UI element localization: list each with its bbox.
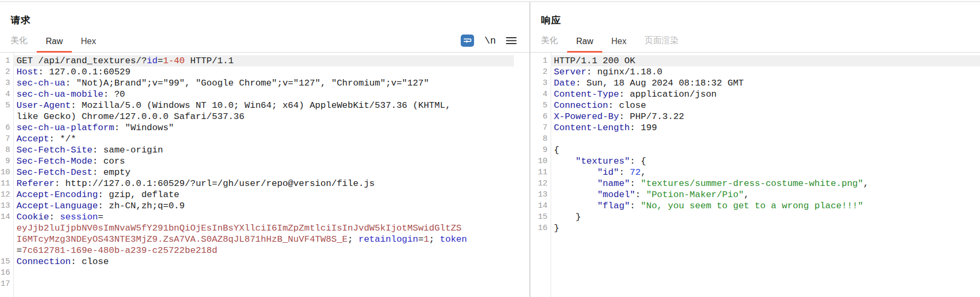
code-row[interactable]: 1HTTP/1.1 200 OK [530, 55, 980, 66]
code-line: GET /api/rand_textures/?id=1-40 HTTP/1.1 [13, 55, 514, 66]
code-row[interactable]: 3sec-ch-ua: "Not)A;Brand";v="99", "Googl… [0, 78, 514, 89]
line-number: 11 [0, 178, 13, 189]
code-row[interactable]: 10Sec-Fetch-Dest: empty [0, 167, 514, 178]
line-number [0, 111, 13, 122]
code-line: "textures": { [551, 156, 980, 167]
http-message-viewer: 请求 美化 Raw Hex \n [0, 0, 980, 297]
tab-hex[interactable]: Hex [602, 37, 635, 53]
code-row[interactable]: 12Accept-Encoding: gzip, deflate [0, 189, 514, 200]
code-row[interactable]: 6sec-ch-ua-platform: "Windows" [0, 122, 514, 133]
code-row[interactable]: 17 [0, 278, 514, 290]
code-row[interactable]: 15 } [530, 211, 980, 223]
code-line: User-Agent: Mozilla/5.0 (Windows NT 10.0… [13, 100, 514, 111]
line-number [0, 234, 13, 245]
newline-toggle[interactable]: \n [484, 36, 496, 46]
request-editor[interactable]: 1GET /api/rand_textures/?id=1-40 HTTP/1.… [0, 53, 529, 297]
hamburger-menu-icon[interactable] [506, 37, 517, 45]
line-number: 15 [0, 256, 13, 267]
code-line: sec-ch-ua: "Not)A;Brand";v="99", "Google… [13, 78, 514, 89]
code-row[interactable]: 2Server: nginx/1.18.0 [530, 66, 980, 78]
code-row[interactable]: 13 "model": "Potion-Maker/Pio", [530, 189, 980, 200]
code-line: "flag": "No, you seem to get to a wrong … [551, 200, 980, 211]
code-row[interactable]: 2Host: 127.0.0.1:60529 [0, 66, 514, 78]
response-panel: 响应 美化 Raw Hex 页面渲染 1HTTP/1.1 200 OK2Serv… [530, 2, 980, 297]
code-row[interactable]: 4Content-Type: application/json [530, 89, 980, 100]
code-row[interactable]: 1GET /api/rand_textures/?id=1-40 HTTP/1.… [0, 55, 514, 66]
response-editor[interactable]: 1HTTP/1.1 200 OK2Server: nginx/1.18.03Da… [530, 53, 980, 297]
code-line: "name": "textures/summer-dress-costume-w… [551, 178, 980, 189]
line-number: 10 [530, 156, 551, 167]
code-line: =7c612781-169e-480b-a239-c25722be218d [13, 245, 514, 256]
code-row[interactable]: 7Content-Length: 199 [530, 122, 980, 133]
tab-beautify[interactable]: 美化 [11, 35, 37, 53]
code-line: Accept-Language: zh-CN,zh;q=0.9 [13, 200, 514, 211]
code-row[interactable]: I6MTcyMzg3NDEyOS43NTE3MjZ9.ZsA7VA.S0AZ8q… [0, 234, 514, 245]
code-row[interactable]: 9Sec-Fetch-Mode: cors [0, 156, 514, 167]
code-row[interactable]: 14Cookie: session= [0, 211, 514, 223]
tab-page-render[interactable]: 页面渲染 [635, 35, 687, 53]
line-number: 12 [530, 178, 551, 189]
code-line: Content-Type: application/json [551, 89, 980, 100]
response-tabs: 美化 Raw Hex 页面渲染 [541, 35, 687, 53]
response-panel-header: 响应 美化 Raw Hex 页面渲染 [530, 2, 980, 53]
code-row[interactable]: 10 "textures": { [530, 156, 980, 167]
request-tabs: 美化 Raw Hex [11, 35, 105, 53]
line-number: 15 [530, 211, 551, 223]
line-number: 4 [0, 89, 13, 100]
line-number: 14 [530, 200, 551, 211]
code-row[interactable]: 4sec-ch-ua-mobile: ?0 [0, 89, 514, 100]
code-row[interactable]: 5User-Agent: Mozilla/5.0 (Windows NT 10.… [0, 100, 514, 111]
line-number: 9 [0, 156, 13, 167]
code-line: HTTP/1.1 200 OK [551, 55, 980, 66]
code-row[interactable]: 12 "name": "textures/summer-dress-costum… [530, 178, 980, 189]
code-row[interactable]: 16} [530, 223, 980, 234]
code-row[interactable]: 7Accept: */* [0, 133, 514, 145]
code-row[interactable]: 8Sec-Fetch-Site: same-origin [0, 145, 514, 156]
code-line: { [551, 145, 980, 156]
code-row[interactable]: 14 "flag": "No, you seem to get to a wro… [530, 200, 980, 211]
code-line: Server: nginx/1.18.0 [551, 66, 980, 78]
code-line: Date: Sun, 18 Aug 2024 08:18:32 GMT [551, 78, 980, 89]
line-number [0, 245, 13, 256]
response-title: 响应 [541, 14, 561, 27]
request-title: 请求 [11, 14, 31, 27]
line-number: 1 [0, 55, 13, 66]
request-panel-header: 请求 美化 Raw Hex \n [0, 2, 529, 53]
tab-raw[interactable]: Raw [37, 37, 72, 53]
code-line: Connection: close [551, 100, 980, 111]
code-row[interactable]: 11Referer: http://127.0.0.1:60529/?url=/… [0, 178, 514, 189]
code-line: like Gecko) Chrome/127.0.0.0 Safari/537.… [13, 111, 514, 122]
code-row[interactable]: like Gecko) Chrome/127.0.0.0 Safari/537.… [0, 111, 514, 122]
code-row[interactable]: 5Connection: close [530, 100, 980, 111]
code-row[interactable]: 13Accept-Language: zh-CN,zh;q=0.9 [0, 200, 514, 211]
code-row[interactable]: 8 [530, 133, 980, 145]
line-number: 16 [0, 267, 13, 278]
code-row[interactable]: 9{ [530, 145, 980, 156]
code-line: sec-ch-ua-mobile: ?0 [13, 89, 514, 100]
tab-hex[interactable]: Hex [72, 37, 105, 53]
code-row[interactable]: 6X-Powered-By: PHP/7.3.22 [530, 111, 980, 122]
code-row[interactable]: eyJjb2luIjpbNV0sImNvaW5fY291bnQiOjEsInBs… [0, 223, 514, 234]
line-number: 5 [530, 100, 551, 111]
tab-beautify[interactable]: 美化 [541, 35, 567, 53]
line-number: 13 [0, 200, 13, 211]
code-line: } [551, 223, 980, 234]
code-line: "model": "Potion-Maker/Pio", [551, 189, 980, 200]
line-number: 14 [0, 211, 13, 223]
code-line: Connection: close [13, 256, 514, 267]
line-number: 7 [0, 133, 13, 145]
request-toolbar: \n [461, 35, 517, 47]
code-row[interactable]: 3Date: Sun, 18 Aug 2024 08:18:32 GMT [530, 78, 980, 89]
code-line: Sec-Fetch-Dest: empty [13, 167, 514, 178]
code-row[interactable]: 15Connection: close [0, 256, 514, 267]
word-wrap-toggle-icon[interactable] [461, 35, 474, 47]
code-row[interactable]: 11 "id": 72, [530, 167, 980, 178]
line-number: 7 [530, 122, 551, 133]
line-number: 6 [530, 111, 551, 122]
tab-raw[interactable]: Raw [567, 37, 602, 53]
line-number: 2 [530, 66, 551, 78]
code-row[interactable]: =7c612781-169e-480b-a239-c25722be218d [0, 245, 514, 256]
code-line: Sec-Fetch-Site: same-origin [13, 145, 514, 156]
code-line: "id": 72, [551, 167, 980, 178]
code-row[interactable]: 16 [0, 267, 514, 278]
